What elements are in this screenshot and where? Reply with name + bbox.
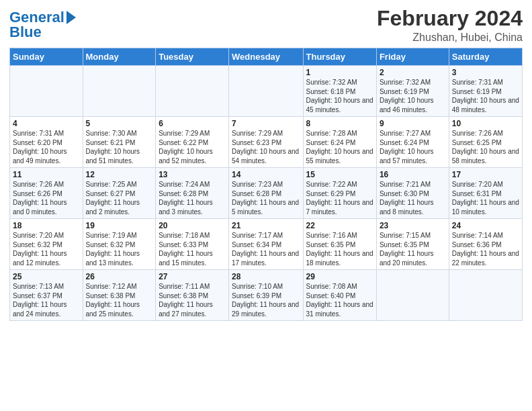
day-cell: 10Sunrise: 7:26 AM Sunset: 6:25 PM Dayli… <box>449 117 522 168</box>
day-info: Sunrise: 7:19 AM Sunset: 6:32 PM Dayligh… <box>86 231 153 267</box>
day-info: Sunrise: 7:24 AM Sunset: 6:28 PM Dayligh… <box>159 180 226 216</box>
day-number: 23 <box>380 221 446 230</box>
week-row-5: 25Sunrise: 7:13 AM Sunset: 6:37 PM Dayli… <box>10 270 523 321</box>
day-info: Sunrise: 7:31 AM Sunset: 6:20 PM Dayligh… <box>13 129 80 165</box>
day-info: Sunrise: 7:21 AM Sunset: 6:30 PM Dayligh… <box>380 180 446 216</box>
day-number: 24 <box>452 221 519 230</box>
day-info: Sunrise: 7:31 AM Sunset: 6:19 PM Dayligh… <box>452 78 519 114</box>
day-cell <box>156 66 229 117</box>
header-row: SundayMondayTuesdayWednesdayThursdayFrid… <box>10 48 523 66</box>
day-cell: 25Sunrise: 7:13 AM Sunset: 6:37 PM Dayli… <box>10 270 83 321</box>
day-cell: 12Sunrise: 7:25 AM Sunset: 6:27 PM Dayli… <box>83 168 156 219</box>
day-cell: 18Sunrise: 7:20 AM Sunset: 6:32 PM Dayli… <box>10 219 83 270</box>
day-info: Sunrise: 7:08 AM Sunset: 6:40 PM Dayligh… <box>306 282 373 318</box>
day-cell: 17Sunrise: 7:20 AM Sunset: 6:31 PM Dayli… <box>449 168 522 219</box>
col-header-tuesday: Tuesday <box>156 48 229 66</box>
day-number: 27 <box>159 272 226 281</box>
sub-title: Zhushan, Hubei, China <box>377 32 523 44</box>
day-number: 22 <box>306 221 373 230</box>
day-number: 1 <box>306 68 373 77</box>
day-cell: 29Sunrise: 7:08 AM Sunset: 6:40 PM Dayli… <box>303 270 376 321</box>
day-number: 15 <box>306 170 373 179</box>
day-number: 5 <box>86 119 153 128</box>
day-cell: 9Sunrise: 7:27 AM Sunset: 6:24 PM Daylig… <box>376 117 449 168</box>
day-cell <box>449 270 522 321</box>
header: General Blue February 2024 Zhushan, Hube… <box>9 7 523 44</box>
day-cell: 26Sunrise: 7:12 AM Sunset: 6:38 PM Dayli… <box>83 270 156 321</box>
day-cell: 7Sunrise: 7:29 AM Sunset: 6:23 PM Daylig… <box>229 117 303 168</box>
day-number: 11 <box>13 170 80 179</box>
title-block: February 2024 Zhushan, Hubei, China <box>377 7 523 44</box>
day-info: Sunrise: 7:10 AM Sunset: 6:39 PM Dayligh… <box>232 282 300 318</box>
main-title: February 2024 <box>377 7 523 30</box>
day-number: 2 <box>380 68 446 77</box>
day-info: Sunrise: 7:13 AM Sunset: 6:37 PM Dayligh… <box>13 282 80 318</box>
day-info: Sunrise: 7:25 AM Sunset: 6:27 PM Dayligh… <box>86 180 153 216</box>
day-cell: 4Sunrise: 7:31 AM Sunset: 6:20 PM Daylig… <box>10 117 83 168</box>
day-cell: 28Sunrise: 7:10 AM Sunset: 6:39 PM Dayli… <box>229 270 303 321</box>
day-cell: 16Sunrise: 7:21 AM Sunset: 6:30 PM Dayli… <box>376 168 449 219</box>
day-info: Sunrise: 7:23 AM Sunset: 6:28 PM Dayligh… <box>232 180 300 216</box>
day-info: Sunrise: 7:15 AM Sunset: 6:35 PM Dayligh… <box>380 231 446 267</box>
day-number: 14 <box>232 170 300 179</box>
day-number: 19 <box>86 221 153 230</box>
day-cell: 22Sunrise: 7:16 AM Sunset: 6:35 PM Dayli… <box>303 219 376 270</box>
day-cell: 23Sunrise: 7:15 AM Sunset: 6:35 PM Dayli… <box>376 219 449 270</box>
day-info: Sunrise: 7:28 AM Sunset: 6:24 PM Dayligh… <box>306 129 373 165</box>
day-cell: 21Sunrise: 7:17 AM Sunset: 6:34 PM Dayli… <box>229 219 303 270</box>
day-info: Sunrise: 7:26 AM Sunset: 6:25 PM Dayligh… <box>452 129 519 165</box>
day-info: Sunrise: 7:22 AM Sunset: 6:29 PM Dayligh… <box>306 180 373 216</box>
day-info: Sunrise: 7:17 AM Sunset: 6:34 PM Dayligh… <box>232 231 300 267</box>
day-info: Sunrise: 7:30 AM Sunset: 6:21 PM Dayligh… <box>86 129 153 165</box>
week-row-2: 4Sunrise: 7:31 AM Sunset: 6:20 PM Daylig… <box>10 117 523 168</box>
col-header-thursday: Thursday <box>303 48 376 66</box>
day-number: 17 <box>452 170 519 179</box>
calendar-table: SundayMondayTuesdayWednesdayThursdayFrid… <box>9 48 523 321</box>
day-cell: 19Sunrise: 7:19 AM Sunset: 6:32 PM Dayli… <box>83 219 156 270</box>
logo-arrow <box>66 11 76 24</box>
day-cell: 1Sunrise: 7:32 AM Sunset: 6:18 PM Daylig… <box>303 66 376 117</box>
day-cell: 14Sunrise: 7:23 AM Sunset: 6:28 PM Dayli… <box>229 168 303 219</box>
logo-text-line2: Blue <box>9 24 42 40</box>
col-header-wednesday: Wednesday <box>229 48 303 66</box>
day-cell: 27Sunrise: 7:11 AM Sunset: 6:38 PM Dayli… <box>156 270 229 321</box>
day-cell: 13Sunrise: 7:24 AM Sunset: 6:28 PM Dayli… <box>156 168 229 219</box>
day-cell: 2Sunrise: 7:32 AM Sunset: 6:19 PM Daylig… <box>376 66 449 117</box>
day-cell <box>376 270 449 321</box>
day-number: 18 <box>13 221 80 230</box>
col-header-monday: Monday <box>83 48 156 66</box>
day-info: Sunrise: 7:16 AM Sunset: 6:35 PM Dayligh… <box>306 231 373 267</box>
day-cell: 11Sunrise: 7:26 AM Sunset: 6:26 PM Dayli… <box>10 168 83 219</box>
day-number: 9 <box>380 119 446 128</box>
day-number: 20 <box>159 221 226 230</box>
week-row-3: 11Sunrise: 7:26 AM Sunset: 6:26 PM Dayli… <box>10 168 523 219</box>
day-cell: 24Sunrise: 7:14 AM Sunset: 6:36 PM Dayli… <box>449 219 522 270</box>
day-info: Sunrise: 7:20 AM Sunset: 6:31 PM Dayligh… <box>452 180 519 216</box>
day-number: 8 <box>306 119 373 128</box>
day-info: Sunrise: 7:14 AM Sunset: 6:36 PM Dayligh… <box>452 231 519 267</box>
col-header-saturday: Saturday <box>449 48 522 66</box>
day-number: 28 <box>232 272 300 281</box>
day-number: 7 <box>232 119 300 128</box>
day-cell: 5Sunrise: 7:30 AM Sunset: 6:21 PM Daylig… <box>83 117 156 168</box>
week-row-1: 1Sunrise: 7:32 AM Sunset: 6:18 PM Daylig… <box>10 66 523 117</box>
day-cell: 15Sunrise: 7:22 AM Sunset: 6:29 PM Dayli… <box>303 168 376 219</box>
day-number: 26 <box>86 272 153 281</box>
main-container: General Blue February 2024 Zhushan, Hube… <box>0 0 532 326</box>
week-row-4: 18Sunrise: 7:20 AM Sunset: 6:32 PM Dayli… <box>10 219 523 270</box>
day-info: Sunrise: 7:18 AM Sunset: 6:33 PM Dayligh… <box>159 231 226 267</box>
day-number: 13 <box>159 170 226 179</box>
col-header-friday: Friday <box>376 48 449 66</box>
day-number: 3 <box>452 68 519 77</box>
day-number: 12 <box>86 170 153 179</box>
day-number: 29 <box>306 272 373 281</box>
day-info: Sunrise: 7:32 AM Sunset: 6:18 PM Dayligh… <box>306 78 373 114</box>
day-number: 21 <box>232 221 300 230</box>
logo: General Blue <box>9 9 76 40</box>
day-number: 6 <box>159 119 226 128</box>
day-number: 25 <box>13 272 80 281</box>
col-header-sunday: Sunday <box>10 48 83 66</box>
day-cell: 3Sunrise: 7:31 AM Sunset: 6:19 PM Daylig… <box>449 66 522 117</box>
day-number: 16 <box>380 170 446 179</box>
day-cell <box>10 66 83 117</box>
